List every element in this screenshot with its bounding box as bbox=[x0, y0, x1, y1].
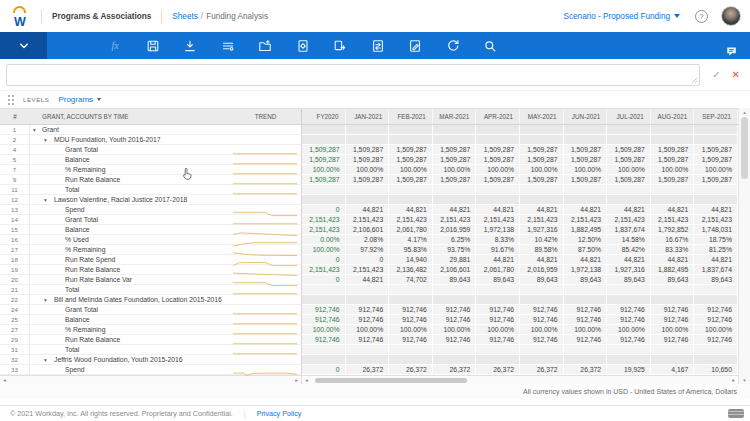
data-cell[interactable]: 1,509,287 bbox=[476, 175, 520, 185]
data-cell[interactable]: 1,509,287 bbox=[302, 145, 346, 155]
data-cell[interactable]: 1,509,287 bbox=[476, 145, 520, 155]
data-cell[interactable]: 0 bbox=[302, 205, 346, 215]
data-cell[interactable] bbox=[476, 355, 520, 365]
data-cell[interactable] bbox=[564, 285, 608, 295]
data-cell[interactable]: 912,746 bbox=[651, 315, 695, 325]
data-cell[interactable] bbox=[389, 135, 433, 145]
data-cell[interactable]: 97.92% bbox=[346, 245, 390, 255]
data-cell[interactable]: 1,509,287 bbox=[520, 145, 564, 155]
data-cell[interactable] bbox=[433, 295, 477, 305]
data-cell[interactable] bbox=[694, 185, 738, 195]
data-cell[interactable]: 912,746 bbox=[520, 335, 564, 345]
row-number[interactable]: 29 bbox=[0, 335, 30, 345]
data-cell[interactable]: 10,650 bbox=[694, 365, 738, 375]
data-cell[interactable]: 912,746 bbox=[346, 335, 390, 345]
data-cell[interactable] bbox=[433, 195, 477, 205]
data-cell[interactable]: 912,746 bbox=[694, 335, 738, 345]
row-number[interactable]: 31 bbox=[0, 345, 30, 355]
data-cell[interactable]: 1,509,287 bbox=[694, 155, 738, 165]
data-cell[interactable]: 1,509,287 bbox=[607, 175, 651, 185]
row-number[interactable]: 1 bbox=[0, 125, 30, 135]
data-cell[interactable]: 2,151,423 bbox=[302, 265, 346, 275]
data-cell[interactable]: 2,106,601 bbox=[346, 225, 390, 235]
data-cell[interactable]: 0 bbox=[302, 255, 346, 265]
row-label-cell[interactable]: Balance bbox=[30, 155, 230, 165]
data-cell[interactable]: 912,746 bbox=[694, 315, 738, 325]
data-cell[interactable]: 2,106,601 bbox=[433, 265, 477, 275]
data-cell[interactable] bbox=[607, 185, 651, 195]
column-header-mar-2021[interactable]: MAR-2021 bbox=[433, 109, 477, 124]
row-label-cell[interactable]: % Remaining bbox=[30, 245, 230, 255]
data-cell[interactable] bbox=[607, 285, 651, 295]
data-cell[interactable]: 44,821 bbox=[651, 255, 695, 265]
data-cell[interactable] bbox=[346, 135, 390, 145]
data-cell[interactable] bbox=[346, 195, 390, 205]
row-label-cell[interactable]: Balance bbox=[30, 225, 230, 235]
data-cell[interactable] bbox=[389, 195, 433, 205]
row-number[interactable]: 9 bbox=[0, 175, 30, 185]
data-cell[interactable] bbox=[476, 345, 520, 355]
data-cell[interactable]: 44,821 bbox=[476, 255, 520, 265]
data-cell[interactable]: 44,821 bbox=[694, 205, 738, 215]
left-pane-hscrollbar[interactable]: ◂ ▸ bbox=[0, 376, 302, 384]
data-cell[interactable] bbox=[564, 125, 608, 135]
privacy-policy-link[interactable]: Privacy Policy bbox=[257, 409, 302, 418]
data-cell[interactable]: 912,746 bbox=[564, 315, 608, 325]
row-number[interactable]: 22 bbox=[0, 295, 30, 305]
data-cell[interactable]: 1,509,287 bbox=[389, 145, 433, 155]
data-cell[interactable] bbox=[389, 185, 433, 195]
row-label-cell[interactable]: Spend bbox=[30, 205, 230, 215]
data-cell[interactable]: 912,746 bbox=[651, 305, 695, 315]
data-cell[interactable]: 0.00% bbox=[302, 235, 346, 245]
data-cell[interactable]: 2.08% bbox=[346, 235, 390, 245]
data-cell[interactable]: 1,792,852 bbox=[651, 225, 695, 235]
row-number[interactable]: 25 bbox=[0, 315, 30, 325]
data-cell[interactable]: 912,746 bbox=[389, 335, 433, 345]
row-number[interactable]: 17 bbox=[0, 245, 30, 255]
data-cell[interactable] bbox=[651, 355, 695, 365]
data-cell[interactable]: 912,746 bbox=[433, 335, 477, 345]
data-cell[interactable]: 8.33% bbox=[476, 235, 520, 245]
data-cell[interactable] bbox=[346, 295, 390, 305]
data-cell[interactable] bbox=[564, 195, 608, 205]
row-label-cell[interactable]: Run Rate Spend bbox=[30, 255, 230, 265]
data-cell[interactable]: 100.00% bbox=[302, 245, 346, 255]
data-cell[interactable]: 1,927,316 bbox=[520, 225, 564, 235]
view-options-icon[interactable] bbox=[216, 34, 240, 58]
data-cell[interactable]: 912,746 bbox=[520, 315, 564, 325]
data-cell[interactable] bbox=[476, 295, 520, 305]
data-cell[interactable] bbox=[476, 195, 520, 205]
data-cell[interactable]: 6.25% bbox=[433, 235, 477, 245]
data-cell[interactable]: 2,151,423 bbox=[302, 215, 346, 225]
data-cell[interactable]: 1,509,287 bbox=[564, 155, 608, 165]
collapse-caret-icon[interactable]: ▾ bbox=[44, 355, 47, 365]
data-cell[interactable]: 2,016,959 bbox=[433, 225, 477, 235]
data-cell[interactable]: 89,643 bbox=[694, 275, 738, 285]
scroll-left-icon[interactable]: ◂ bbox=[305, 376, 308, 384]
data-cell[interactable]: 1,509,287 bbox=[389, 155, 433, 165]
data-cell[interactable] bbox=[302, 135, 346, 145]
data-cell[interactable]: 26,372 bbox=[346, 365, 390, 375]
data-cell[interactable]: 0 bbox=[346, 255, 390, 265]
workday-logo[interactable]: W bbox=[9, 4, 31, 28]
search-icon[interactable] bbox=[478, 34, 502, 58]
scenario-selector[interactable]: Scenario - Proposed Funding bbox=[563, 12, 680, 21]
data-cell[interactable]: 2,151,423 bbox=[389, 215, 433, 225]
data-cell[interactable]: 1,972,138 bbox=[476, 225, 520, 235]
data-cell[interactable]: 26,372 bbox=[564, 365, 608, 375]
data-cell[interactable] bbox=[694, 125, 738, 135]
data-pane-hscrollbar[interactable]: ◂ ▸ bbox=[302, 376, 738, 384]
data-cell[interactable]: 2,151,423 bbox=[607, 215, 651, 225]
data-cell[interactable]: 1,509,287 bbox=[520, 175, 564, 185]
data-cell[interactable]: 2,151,423 bbox=[520, 215, 564, 225]
data-cell[interactable]: 4,167 bbox=[651, 365, 695, 375]
data-cell[interactable]: 89,643 bbox=[564, 275, 608, 285]
data-cell[interactable] bbox=[433, 355, 477, 365]
data-cell[interactable] bbox=[520, 185, 564, 195]
download-icon[interactable] bbox=[178, 34, 202, 58]
data-cell[interactable]: 2,151,423 bbox=[433, 215, 477, 225]
data-cell[interactable] bbox=[564, 295, 608, 305]
drag-handle-icon[interactable] bbox=[7, 94, 15, 105]
data-cell[interactable] bbox=[651, 345, 695, 355]
data-cell[interactable] bbox=[389, 345, 433, 355]
